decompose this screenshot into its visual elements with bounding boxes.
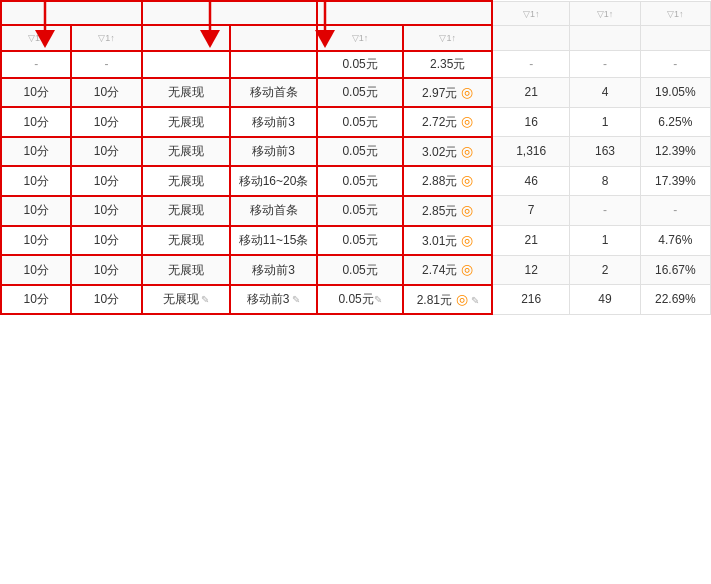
ctr-cell: 4.76%: [640, 226, 710, 256]
ranking-mobile-cell: 移动前3: [230, 255, 317, 285]
bid-pc-cell: 0.05元: [317, 137, 404, 167]
quality-mobile-cell: 10分: [71, 226, 141, 256]
impression-header[interactable]: ▽1↑: [492, 1, 570, 25]
quality-mobile-subheader[interactable]: ▽1↑: [71, 25, 141, 50]
header-row-1: ▽1↑ ▽1↑ ▽1↑: [1, 1, 711, 25]
bid-pc-cell: 0.05元: [317, 255, 404, 285]
bid-adjust-icon[interactable]: ◎: [457, 261, 473, 277]
clicks-cell: 4: [570, 78, 640, 108]
table-row: 10分10分无展现移动前30.05元3.02元 ◎1,31616312.39%: [1, 137, 711, 167]
data-table: ▽1↑ ▽1↑ ▽1↑ ▽1↑ ▽1↑: [0, 0, 711, 315]
bid-header: [317, 1, 492, 25]
ctr-cell: -: [640, 196, 710, 226]
bid-mobile-sort: ▽1↑: [439, 33, 456, 43]
quality-mobile-cell: 10分: [71, 107, 141, 137]
bid-mobile-subheader[interactable]: ▽1↑: [403, 25, 492, 50]
ctr-cell: 17.39%: [640, 166, 710, 196]
ranking-pc-cell: 无展现: [142, 226, 231, 256]
clicks-sort-icon: ▽1↑: [597, 8, 614, 18]
table-row: 10分10分无展现移动16~20条0.05元2.88元 ◎46817.39%: [1, 166, 711, 196]
bid-pc-subheader[interactable]: ▽1↑: [317, 25, 404, 50]
clicks-cell: 1: [570, 107, 640, 137]
table-row: 10分10分无展现移动首条0.05元2.97元 ◎21419.05%: [1, 78, 711, 108]
ctr-sub: [640, 25, 710, 50]
ranking-mobile-cell: 移动前3 ✎: [230, 285, 317, 315]
main-table-wrapper: ▽1↑ ▽1↑ ▽1↑ ▽1↑ ▽1↑: [0, 0, 711, 315]
quality-mobile-cell: 10分: [71, 137, 141, 167]
quality-header: [1, 1, 142, 25]
bid-pc-cell: 0.05元: [317, 51, 404, 78]
ranking-pc-cell: 无展现: [142, 137, 231, 167]
ranking-pc-cell: 无展现: [142, 166, 231, 196]
quality-mobile-cell: 10分: [71, 166, 141, 196]
bid-adjust-icon[interactable]: ◎: [457, 202, 473, 218]
quality-pc-cell: -: [1, 51, 71, 78]
bid-mobile-cell: 2.35元: [403, 51, 492, 78]
bid-mobile-cell: 2.85元 ◎: [403, 196, 492, 226]
clicks-header[interactable]: ▽1↑: [570, 1, 640, 25]
ranking-pc-cell: 无展现: [142, 78, 231, 108]
quality-mobile-cell: 10分: [71, 255, 141, 285]
quality-pc-cell: 10分: [1, 285, 71, 315]
clicks-cell: -: [570, 51, 640, 78]
ranking-mobile-subheader[interactable]: [230, 25, 317, 50]
ctr-cell: 16.67%: [640, 255, 710, 285]
impression-cell: 1,316: [492, 137, 570, 167]
bid-mobile-cell: 2.81元 ◎ ✎: [403, 285, 492, 315]
quality-mobile-cell: 10分: [71, 285, 141, 315]
bid-mobile-cell: 2.72元 ◎: [403, 107, 492, 137]
ranking-mobile-cell: 移动16~20条: [230, 166, 317, 196]
impression-cell: 7: [492, 196, 570, 226]
quality-pc-cell: 10分: [1, 166, 71, 196]
ranking-pc-subheader[interactable]: [142, 25, 231, 50]
quality-mobile-cell: 10分: [71, 78, 141, 108]
quality-mobile-cell: -: [71, 51, 141, 78]
clicks-sub: [570, 25, 640, 50]
ctr-header[interactable]: ▽1↑: [640, 1, 710, 25]
ranking-pc-cell: 无展现: [142, 255, 231, 285]
quality-pc-cell: 10分: [1, 137, 71, 167]
bid-pc-cell: 0.05元: [317, 226, 404, 256]
table-row: 10分10分无展现移动首条0.05元2.85元 ◎7--: [1, 196, 711, 226]
bid-pc-cell: 0.05元: [317, 196, 404, 226]
impression-cell: 216: [492, 285, 570, 315]
impression-cell: 16: [492, 107, 570, 137]
quality-pc-cell: 10分: [1, 107, 71, 137]
bid-adjust-icon[interactable]: ◎: [457, 143, 473, 159]
table-row: 10分10分无展现 ✎移动前3 ✎0.05元✎2.81元 ◎ ✎2164922.…: [1, 285, 711, 315]
bid-pc-sort: ▽1↑: [352, 33, 369, 43]
ctr-cell: 6.25%: [640, 107, 710, 137]
impression-cell: 21: [492, 78, 570, 108]
sub-header-row: ▽1↑ ▽1↑ ▽1↑ ▽1↑: [1, 25, 711, 50]
ctr-cell: 22.69%: [640, 285, 710, 315]
bid-mobile-cell: 3.02元 ◎: [403, 137, 492, 167]
quality-mobile-cell: 10分: [71, 196, 141, 226]
bid-adjust-icon[interactable]: ◎: [457, 172, 473, 188]
impression-cell: 21: [492, 226, 570, 256]
clicks-cell: 8: [570, 166, 640, 196]
ranking-pc-cell: 无展现 ✎: [142, 285, 231, 315]
table-row: 10分10分无展现移动11~15条0.05元3.01元 ◎2114.76%: [1, 226, 711, 256]
bid-pc-cell: 0.05元: [317, 107, 404, 137]
ranking-pc-cell: 无展现: [142, 196, 231, 226]
ctr-cell: -: [640, 51, 710, 78]
bid-mobile-cell: 2.74元 ◎: [403, 255, 492, 285]
clicks-cell: 163: [570, 137, 640, 167]
clicks-cell: 1: [570, 226, 640, 256]
bid-adjust-icon[interactable]: ◎: [457, 232, 473, 248]
quality-pc-cell: 10分: [1, 78, 71, 108]
ranking-mobile-cell: 移动11~15条: [230, 226, 317, 256]
ctr-sort-icon: ▽1↑: [667, 8, 684, 18]
ranking-mobile-cell: 移动首条: [230, 196, 317, 226]
ranking-mobile-cell: 移动前3: [230, 107, 317, 137]
ranking-pc-cell: 无展现: [142, 107, 231, 137]
bid-pc-cell: 0.05元✎: [317, 285, 404, 315]
bid-adjust-icon[interactable]: ◎: [452, 291, 468, 307]
quality-pc-subheader[interactable]: ▽1↑: [1, 25, 71, 50]
bid-adjust-icon[interactable]: ◎: [457, 84, 473, 100]
bid-mobile-cell: 2.88元 ◎: [403, 166, 492, 196]
bid-adjust-icon[interactable]: ◎: [457, 113, 473, 129]
impression-sub: [492, 25, 570, 50]
quality-mobile-sort: ▽1↑: [98, 33, 115, 43]
impression-cell: -: [492, 51, 570, 78]
